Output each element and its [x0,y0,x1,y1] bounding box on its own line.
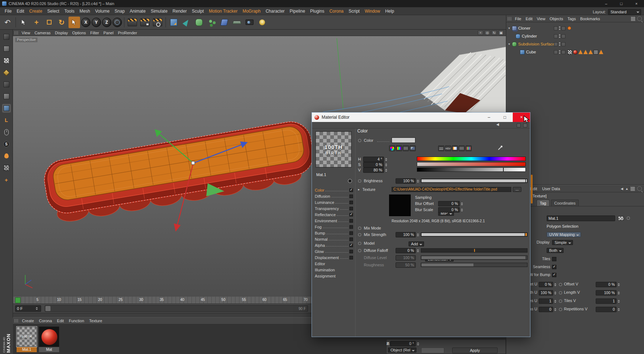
color-wheel-icon[interactable] [389,145,395,151]
rgb-sliders-icon[interactable] [438,145,444,151]
collapse-arrow-icon[interactable]: ◀ [496,122,499,126]
move-tool-button[interactable]: + [31,17,42,28]
workplane-mode-button[interactable] [2,68,11,77]
object-row-cloner[interactable]: ▾ Cloner [506,24,644,32]
keyframe-circle-icon[interactable] [559,308,562,311]
undo-button[interactable]: ↶ [2,17,13,28]
keyframe-circle-icon[interactable] [358,227,361,230]
value-marker[interactable] [503,168,504,171]
object-manager-menu-item[interactable]: View [535,17,548,21]
object-manager-menu-item[interactable]: Tags [565,17,578,21]
diffuse-falloff-slider[interactable] [421,248,528,253]
menu-item[interactable]: Volume [93,9,112,14]
value-field[interactable]: 0 [539,307,553,312]
polygons-mode-button[interactable] [2,104,11,113]
spline-pen-button[interactable] [181,17,192,28]
value-spinner[interactable] [385,162,388,167]
material-menu-item[interactable]: Texture [87,319,105,323]
render-settings-button[interactable] [152,17,163,28]
channel-label[interactable]: Normal [315,237,327,242]
camera-button[interactable] [244,17,255,28]
coordinate-value-field[interactable]: 0 ° [391,341,416,346]
material-name-label[interactable]: Mat.1 [17,347,37,352]
menu-item[interactable]: Window [362,9,383,14]
paint-button[interactable] [2,152,11,160]
value-spinner[interactable] [554,298,557,304]
material-tag-icon[interactable] [573,50,578,54]
value-spinner[interactable] [417,341,420,346]
menu-item[interactable]: Sculpt [189,9,206,14]
menu-item[interactable]: Corona [327,9,346,14]
menu-item[interactable]: Script [346,9,362,14]
uvw-tag-icon[interactable] [594,50,598,54]
channel-checkbox[interactable] [349,231,353,235]
channel-row[interactable]: Normal [315,236,353,242]
history-back-icon[interactable]: ◀ [621,187,623,191]
kelvin-icon[interactable] [452,145,458,151]
channel-row[interactable]: Editor [315,260,353,266]
value-field[interactable]: 1 [596,298,617,304]
color-picture-icon[interactable] [410,145,416,151]
hsv-button[interactable]: HSV [445,145,451,151]
channel-label[interactable]: Reflectance [315,212,336,217]
menu-item[interactable]: MoGraph [240,9,263,14]
material-menu-item[interactable]: Corona [36,319,54,323]
selection-tag-icon[interactable] [599,50,603,54]
channel-row[interactable]: Color [315,187,353,193]
menu-item[interactable]: File [2,9,14,14]
object-manager-menu-item[interactable]: Bookmarks [578,17,602,21]
channel-label[interactable]: Diffusion [315,194,330,199]
value-field[interactable]: 100 % [596,290,617,296]
current-frame-marker[interactable] [15,297,21,303]
material-link-field[interactable]: Mat.1 [547,215,615,221]
viewport-menu-item[interactable]: Filter [88,31,101,35]
channel-row[interactable]: Bump [315,230,353,236]
keyframe-circle-icon[interactable] [358,233,361,236]
menu-item[interactable]: Edit [14,9,27,14]
menu-item[interactable]: Motion Tracker [206,9,240,14]
channel-row[interactable]: Diffusion [315,193,353,199]
scale-tool-button[interactable] [43,17,55,28]
value-field[interactable]: 0 [596,307,617,312]
value-spinner[interactable] [554,282,557,287]
material-preview[interactable]: 100TH BIRTH [316,131,352,167]
viewport-menu-item[interactable]: ProRender [116,31,139,35]
channel-checkbox[interactable] [349,195,353,198]
mograph-color-tag-icon[interactable] [568,26,571,30]
object-name[interactable]: Cube [526,50,536,54]
search-icon[interactable] [637,16,642,21]
gizmo-y-arrow[interactable] [155,129,162,137]
texture-thumbnail[interactable] [389,195,411,216]
channel-row[interactable]: Luminance [315,199,353,205]
side-select[interactable]: Both [547,248,564,253]
channel-checkbox[interactable] [349,213,353,217]
menu-item[interactable]: Simulate [148,9,170,14]
keyframe-circle-icon[interactable] [559,283,562,286]
live-selection-button[interactable] [18,17,30,28]
blur-scale-field[interactable]: 0 % [438,207,460,213]
channel-checkbox[interactable] [349,244,353,247]
viewport-pan-icon[interactable]: + [478,30,483,35]
window-maximize-button[interactable]: □ [614,1,629,6]
material-menu-item[interactable]: Create [19,319,36,323]
channel-row[interactable]: Reflectance [315,211,353,217]
channel-label[interactable]: Color [315,188,324,193]
value-spinner[interactable] [385,167,388,173]
channel-row[interactable]: Fog [315,223,353,230]
diffuse-falloff-field[interactable]: 0 % [396,248,416,253]
object-manager-menu-item[interactable]: File [513,17,524,21]
value-spinner[interactable] [617,290,621,296]
subdivision-surface-button[interactable] [193,17,205,28]
channel-label[interactable]: Assignment [315,274,335,279]
tiles-checkbox[interactable] [552,257,556,261]
timeline-range-track[interactable]: 90 F [45,305,308,312]
panel-grip-accent[interactable] [531,175,533,204]
apply-button[interactable]: Apply [452,348,498,353]
blur-offset-field[interactable]: 0 % [438,201,460,206]
last-tool-button[interactable] [69,17,80,28]
material-thumbnail[interactable]: 100TH [17,327,37,347]
channel-row[interactable]: Alpha [315,242,353,248]
make-editable-button[interactable] [2,32,11,41]
channel-row[interactable]: Glow [315,248,353,254]
coordinate-mode-select[interactable]: Object (Rel [388,348,416,353]
